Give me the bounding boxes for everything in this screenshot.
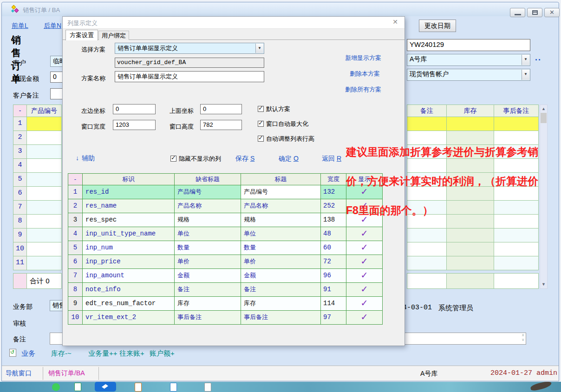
column-title-editable[interactable]: 库存 — [241, 297, 321, 311]
chevron-down-icon[interactable]: ▼ — [522, 55, 529, 65]
column-width-value[interactable]: 114 — [321, 297, 346, 311]
grid-cell[interactable] — [447, 242, 494, 256]
column-default-title[interactable]: 单价 — [175, 255, 241, 269]
volume-link[interactable]: 业务量++ — [88, 349, 117, 358]
column-default-title[interactable]: 单位 — [175, 227, 241, 241]
column-title-editable[interactable]: 备注 — [241, 283, 321, 297]
scheme-name-field[interactable]: 销售订单单据显示定义 — [115, 71, 264, 82]
account-balance-link[interactable]: 账户额+ — [150, 349, 175, 358]
column-default-title[interactable]: 数量 — [175, 241, 241, 255]
column-def-row-number[interactable]: 6 — [68, 255, 83, 269]
stock-link[interactable]: 库存-~ — [51, 349, 72, 358]
column-title-editable[interactable]: 金额 — [241, 269, 321, 283]
change-date-button[interactable]: 更改日期 — [419, 20, 456, 32]
ok-link[interactable]: 确定 O — [279, 155, 299, 163]
grid-cell[interactable] — [494, 256, 539, 270]
grid-cell[interactable] — [494, 242, 539, 256]
column-width-value[interactable]: 132 — [321, 185, 346, 199]
column-identifier[interactable]: inp_num — [83, 241, 175, 255]
restore-button[interactable] — [527, 8, 542, 17]
column-default-title[interactable]: 产品编号 — [175, 185, 241, 199]
scroll-down-icon[interactable]: ▼ — [540, 281, 547, 288]
grid-cell[interactable] — [407, 242, 447, 256]
order-number-field[interactable]: YW240129 — [407, 39, 530, 51]
grid-cell[interactable] — [447, 117, 494, 131]
grid-cell[interactable] — [27, 187, 62, 201]
dialog-close-icon[interactable]: ✕ — [392, 18, 398, 26]
close-button[interactable]: ✕ — [544, 8, 560, 17]
checkbox-checked-icon[interactable]: ✓ — [258, 136, 264, 142]
column-width-value[interactable]: 48 — [321, 227, 346, 241]
spinner-down-icon[interactable]: ∨ — [522, 338, 524, 342]
column-identifier[interactable]: note_info — [83, 283, 175, 297]
grid-cell[interactable] — [494, 117, 539, 131]
back-link[interactable]: 返回 R — [322, 155, 341, 163]
column-title-editable[interactable]: 单位 — [241, 227, 321, 241]
column-title-editable[interactable]: 单价 — [241, 255, 321, 269]
grid-cell[interactable] — [27, 242, 62, 256]
column-title-editable[interactable]: 产品编号 — [241, 185, 321, 199]
auto-maximize-checkbox[interactable]: ✓窗口自动最大化 — [258, 120, 308, 128]
grid-cell[interactable] — [27, 131, 62, 145]
column-title-editable[interactable]: 数量 — [241, 241, 321, 255]
grid-cell[interactable] — [27, 173, 62, 187]
column-default-title[interactable]: 库存 — [175, 297, 241, 311]
grid-cell[interactable] — [27, 201, 62, 215]
grid-cell[interactable] — [407, 117, 447, 131]
grid-cell[interactable] — [27, 117, 62, 131]
column-default-title[interactable]: 事后备注 — [175, 311, 241, 325]
visible-check-icon[interactable]: ✓ — [346, 269, 383, 283]
column-def-row-number[interactable]: 2 — [68, 199, 83, 213]
top-coord-field[interactable]: 0 — [200, 104, 242, 114]
account-combobox[interactable]: 现货销售帐户 ▼ — [407, 69, 530, 81]
grid-cell[interactable] — [407, 256, 447, 270]
delete-scheme-link[interactable]: 删除本方案 — [350, 70, 380, 78]
checkbox-checked-icon[interactable]: ✓ — [258, 121, 264, 127]
taskbar-app-icon[interactable] — [52, 383, 60, 391]
taskbar-app-icon[interactable] — [204, 383, 211, 392]
left-coord-field[interactable]: 0 — [113, 104, 156, 114]
hide-hidden-columns-checkbox[interactable]: ✓隐藏不显示的列 — [170, 155, 221, 163]
grid-cell[interactable] — [27, 159, 62, 173]
current-account-link[interactable]: 往来账+ — [119, 349, 144, 358]
next-voucher-link[interactable]: 后单N — [44, 22, 61, 30]
select-scheme-combobox[interactable]: 销售订单单据显示定义 ▼ — [115, 43, 264, 54]
column-default-title[interactable]: 金额 — [175, 269, 241, 283]
delete-all-schemes-link[interactable]: 删除所有方案 — [345, 85, 381, 94]
column-width-value[interactable]: 72 — [321, 255, 346, 269]
column-width-value[interactable]: 138 — [321, 213, 346, 227]
visible-check-icon[interactable]: ✓ — [346, 241, 383, 255]
taskbar-app-icon[interactable] — [74, 383, 81, 391]
auto-row-height-checkbox[interactable]: ✓自动调整列表行高 — [258, 135, 314, 143]
window-height-field[interactable]: 782 — [200, 120, 242, 130]
window-width-field[interactable]: 1203 — [113, 120, 156, 130]
column-title-editable[interactable]: 产品名称 — [241, 199, 321, 213]
visible-check-icon[interactable]: ✓ — [346, 283, 383, 297]
default-scheme-checkbox[interactable]: ✓默认方案 — [258, 105, 290, 113]
column-identifier[interactable]: inp_unit_type_name — [83, 227, 175, 241]
checkbox-checked-icon[interactable]: ✓ — [258, 106, 264, 112]
tab-scheme-settings[interactable]: 方案设置 — [65, 30, 98, 40]
column-identifier[interactable]: inp_price — [83, 255, 175, 269]
taskbar-app-icon[interactable] — [135, 383, 142, 392]
column-width-value[interactable]: 60 — [321, 241, 346, 255]
column-title-editable[interactable]: 事后备注 — [241, 311, 321, 325]
grid-cell[interactable] — [447, 256, 494, 270]
status-tab-current-doc[interactable]: 销售订单/BA — [48, 369, 85, 378]
column-default-title[interactable]: 备注 — [175, 283, 241, 297]
prev-voucher-link[interactable]: 前单L — [12, 22, 28, 30]
taskbar-app-icon[interactable] — [170, 383, 177, 392]
scroll-up-icon[interactable]: ▲ — [540, 105, 547, 112]
column-width-value[interactable]: 96 — [321, 269, 346, 283]
column-identifier[interactable]: res_spec — [83, 213, 175, 227]
column-def-row-number[interactable]: 5 — [68, 241, 83, 255]
column-def-row-number[interactable]: 4 — [68, 227, 83, 241]
business-link[interactable]: 业务 — [21, 349, 35, 358]
chevron-down-icon[interactable]: ▼ — [522, 70, 529, 80]
visible-check-icon[interactable]: ✓ — [346, 255, 383, 269]
column-width-value[interactable]: 252 — [321, 199, 346, 213]
column-title-editable[interactable]: 规格 — [241, 213, 321, 227]
column-def-row-number[interactable]: 10 — [68, 311, 83, 325]
scrollbar-thumb[interactable] — [541, 113, 547, 123]
chevron-down-icon[interactable]: ▼ — [255, 44, 263, 53]
